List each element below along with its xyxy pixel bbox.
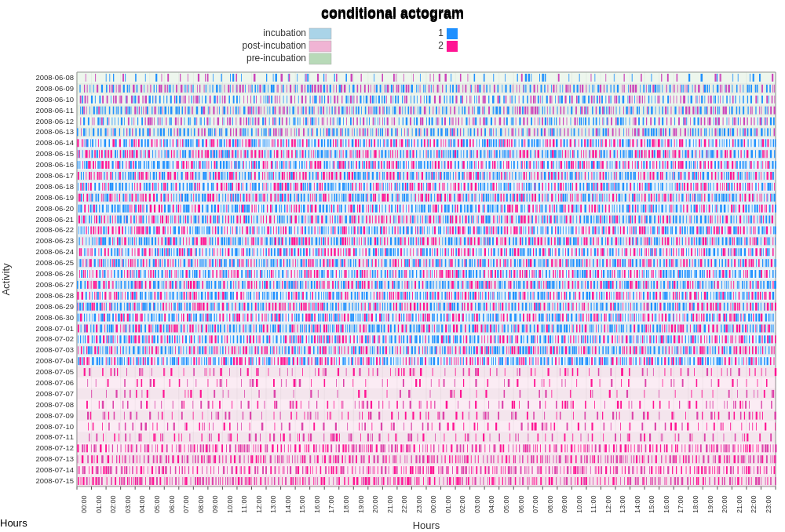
x-axis-label: Hours (0, 517, 27, 529)
actogram-canvas (0, 0, 785, 532)
chart-container: conditional actogram incubation post-inc… (0, 0, 785, 532)
